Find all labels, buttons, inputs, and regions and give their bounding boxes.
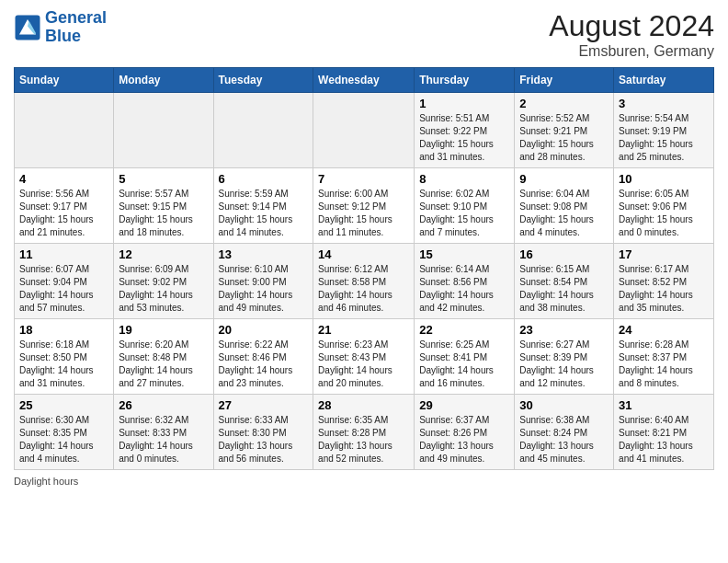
calendar-cell: 22Sunrise: 6:25 AM Sunset: 8:41 PM Dayli…: [415, 319, 515, 395]
day-info: Sunrise: 6:40 AM Sunset: 8:21 PM Dayligh…: [619, 414, 709, 465]
day-number: 13: [219, 247, 309, 261]
calendar-cell: 13Sunrise: 6:10 AM Sunset: 9:00 PM Dayli…: [213, 244, 313, 319]
day-info: Sunrise: 6:15 AM Sunset: 8:54 PM Dayligh…: [519, 263, 609, 315]
day-number: 5: [119, 172, 208, 186]
page-header: General Blue August 2024 Emsburen, Germa…: [14, 9, 714, 60]
day-info: Sunrise: 6:20 AM Sunset: 8:48 PM Dayligh…: [119, 339, 208, 390]
day-number: 7: [318, 172, 409, 186]
day-number: 10: [619, 172, 709, 186]
day-info: Sunrise: 6:23 AM Sunset: 8:43 PM Dayligh…: [318, 339, 409, 390]
calendar-cell: 14Sunrise: 6:12 AM Sunset: 8:58 PM Dayli…: [313, 244, 415, 319]
day-info: Sunrise: 6:35 AM Sunset: 8:28 PM Dayligh…: [318, 414, 409, 465]
weekday-header-sunday: Sunday: [15, 68, 114, 93]
calendar-cell: 31Sunrise: 6:40 AM Sunset: 8:21 PM Dayli…: [614, 395, 714, 470]
title-block: August 2024 Emsburen, Germany: [549, 9, 714, 60]
weekday-header-saturday: Saturday: [614, 68, 714, 93]
calendar-cell: 8Sunrise: 6:02 AM Sunset: 9:10 PM Daylig…: [415, 168, 515, 244]
weekday-header-tuesday: Tuesday: [213, 68, 313, 93]
logo-general: General: [45, 8, 107, 27]
day-info: Sunrise: 5:59 AM Sunset: 9:14 PM Dayligh…: [219, 188, 309, 239]
day-info: Sunrise: 6:07 AM Sunset: 9:04 PM Dayligh…: [19, 263, 108, 315]
calendar-cell: 20Sunrise: 6:22 AM Sunset: 8:46 PM Dayli…: [213, 319, 313, 395]
calendar-cell: 27Sunrise: 6:33 AM Sunset: 8:30 PM Dayli…: [213, 395, 313, 470]
day-number: 8: [419, 172, 509, 186]
calendar-cell: [15, 93, 114, 168]
calendar-cell: 28Sunrise: 6:35 AM Sunset: 8:28 PM Dayli…: [313, 395, 415, 470]
day-number: 23: [519, 323, 609, 337]
day-info: Sunrise: 6:00 AM Sunset: 9:12 PM Dayligh…: [318, 188, 409, 239]
day-info: Sunrise: 5:51 AM Sunset: 9:22 PM Dayligh…: [419, 112, 509, 164]
logo: General Blue: [14, 9, 107, 46]
calendar-cell: 16Sunrise: 6:15 AM Sunset: 8:54 PM Dayli…: [515, 244, 614, 319]
day-info: Sunrise: 5:56 AM Sunset: 9:17 PM Dayligh…: [19, 188, 108, 239]
day-info: Sunrise: 6:05 AM Sunset: 9:06 PM Dayligh…: [619, 188, 709, 239]
day-info: Sunrise: 6:37 AM Sunset: 8:26 PM Dayligh…: [419, 414, 509, 465]
calendar-cell: 21Sunrise: 6:23 AM Sunset: 8:43 PM Dayli…: [313, 319, 415, 395]
calendar-subtitle: Emsburen, Germany: [549, 43, 714, 60]
calendar-cell: 10Sunrise: 6:05 AM Sunset: 9:06 PM Dayli…: [614, 168, 714, 244]
day-number: 1: [419, 97, 509, 110]
day-info: Sunrise: 6:02 AM Sunset: 9:10 PM Dayligh…: [419, 188, 509, 239]
calendar-cell: 9Sunrise: 6:04 AM Sunset: 9:08 PM Daylig…: [515, 168, 614, 244]
calendar-week-3: 11Sunrise: 6:07 AM Sunset: 9:04 PM Dayli…: [15, 244, 714, 319]
calendar-week-4: 18Sunrise: 6:18 AM Sunset: 8:50 PM Dayli…: [15, 319, 714, 395]
day-info: Sunrise: 6:09 AM Sunset: 9:02 PM Dayligh…: [119, 263, 208, 315]
calendar-week-2: 4Sunrise: 5:56 AM Sunset: 9:17 PM Daylig…: [15, 168, 714, 244]
day-number: 27: [219, 398, 309, 412]
weekday-header-friday: Friday: [515, 68, 614, 93]
day-info: Sunrise: 6:04 AM Sunset: 9:08 PM Dayligh…: [519, 188, 609, 239]
calendar-cell: 12Sunrise: 6:09 AM Sunset: 9:02 PM Dayli…: [114, 244, 213, 319]
day-number: 30: [519, 398, 609, 412]
logo-blue: Blue: [45, 27, 81, 45]
day-number: 9: [519, 172, 609, 186]
day-info: Sunrise: 5:54 AM Sunset: 9:19 PM Dayligh…: [619, 112, 709, 164]
calendar-cell: 11Sunrise: 6:07 AM Sunset: 9:04 PM Dayli…: [15, 244, 114, 319]
calendar-cell: 17Sunrise: 6:17 AM Sunset: 8:52 PM Dayli…: [614, 244, 714, 319]
day-info: Sunrise: 6:33 AM Sunset: 8:30 PM Dayligh…: [219, 414, 309, 465]
calendar-cell: [213, 93, 313, 168]
day-number: 20: [219, 323, 309, 337]
calendar-cell: [313, 93, 415, 168]
calendar-cell: 24Sunrise: 6:28 AM Sunset: 8:37 PM Dayli…: [614, 319, 714, 395]
calendar-cell: 23Sunrise: 6:27 AM Sunset: 8:39 PM Dayli…: [515, 319, 614, 395]
day-number: 26: [119, 398, 208, 412]
day-info: Sunrise: 6:12 AM Sunset: 8:58 PM Dayligh…: [318, 263, 409, 315]
calendar-cell: 3Sunrise: 5:54 AM Sunset: 9:19 PM Daylig…: [614, 93, 714, 168]
calendar-cell: 4Sunrise: 5:56 AM Sunset: 9:17 PM Daylig…: [15, 168, 114, 244]
day-number: 15: [419, 247, 509, 261]
day-number: 24: [619, 323, 709, 337]
day-info: Sunrise: 6:27 AM Sunset: 8:39 PM Dayligh…: [519, 339, 609, 390]
calendar-cell: 5Sunrise: 5:57 AM Sunset: 9:15 PM Daylig…: [114, 168, 213, 244]
calendar-cell: 30Sunrise: 6:38 AM Sunset: 8:24 PM Dayli…: [515, 395, 614, 470]
day-number: 6: [219, 172, 309, 186]
calendar-cell: 15Sunrise: 6:14 AM Sunset: 8:56 PM Dayli…: [415, 244, 515, 319]
day-number: 12: [119, 247, 208, 261]
calendar-cell: 29Sunrise: 6:37 AM Sunset: 8:26 PM Dayli…: [415, 395, 515, 470]
legend: Daylight hours: [14, 476, 714, 487]
day-number: 29: [419, 398, 509, 412]
day-info: Sunrise: 6:25 AM Sunset: 8:41 PM Dayligh…: [419, 339, 509, 390]
calendar-cell: 2Sunrise: 5:52 AM Sunset: 9:21 PM Daylig…: [515, 93, 614, 168]
weekday-header-thursday: Thursday: [415, 68, 515, 93]
calendar-cell: 26Sunrise: 6:32 AM Sunset: 8:33 PM Dayli…: [114, 395, 213, 470]
logo-icon: [14, 14, 41, 41]
weekday-header-monday: Monday: [114, 68, 213, 93]
day-number: 17: [619, 247, 709, 261]
day-number: 28: [318, 398, 409, 412]
day-info: Sunrise: 6:17 AM Sunset: 8:52 PM Dayligh…: [619, 263, 709, 315]
day-info: Sunrise: 6:30 AM Sunset: 8:35 PM Dayligh…: [19, 414, 108, 465]
calendar-cell: 6Sunrise: 5:59 AM Sunset: 9:14 PM Daylig…: [213, 168, 313, 244]
day-info: Sunrise: 6:18 AM Sunset: 8:50 PM Dayligh…: [19, 339, 108, 390]
day-info: Sunrise: 6:28 AM Sunset: 8:37 PM Dayligh…: [619, 339, 709, 390]
legend-label: Daylight hours: [14, 476, 78, 487]
calendar-cell: 1Sunrise: 5:51 AM Sunset: 9:22 PM Daylig…: [415, 93, 515, 168]
calendar-week-5: 25Sunrise: 6:30 AM Sunset: 8:35 PM Dayli…: [15, 395, 714, 470]
day-number: 18: [19, 323, 108, 337]
day-number: 19: [119, 323, 208, 337]
day-number: 25: [19, 398, 108, 412]
calendar-title: August 2024: [549, 9, 714, 43]
calendar-cell: 19Sunrise: 6:20 AM Sunset: 8:48 PM Dayli…: [114, 319, 213, 395]
day-number: 14: [318, 247, 409, 261]
calendar-cell: 7Sunrise: 6:00 AM Sunset: 9:12 PM Daylig…: [313, 168, 415, 244]
day-info: Sunrise: 6:38 AM Sunset: 8:24 PM Dayligh…: [519, 414, 609, 465]
